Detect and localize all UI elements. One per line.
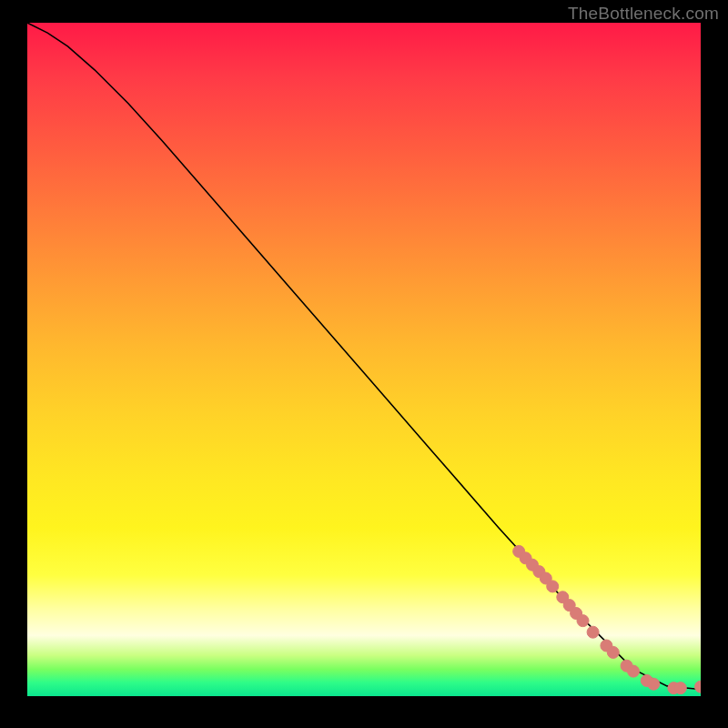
data-point [577,615,589,627]
points-group [513,545,701,693]
data-point [628,665,640,677]
watermark-text: TheBottleneck.com [568,4,719,24]
data-point [547,581,559,592]
data-point [607,646,619,658]
data-point [648,678,660,690]
data-point [587,626,599,638]
data-point [674,682,686,694]
chart-overlay [27,23,701,696]
curve-line [27,23,701,690]
chart-stage: TheBottleneck.com [0,0,728,728]
data-point [695,681,702,693]
